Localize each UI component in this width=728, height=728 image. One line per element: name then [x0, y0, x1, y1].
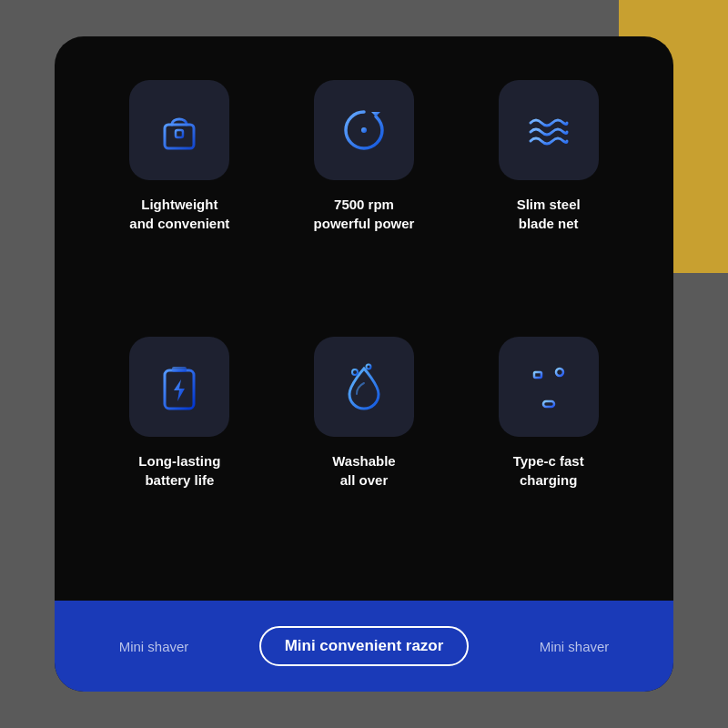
tab-bar: Mini shaver Mini convenient razor Mini s…	[55, 601, 673, 692]
svg-rect-1	[176, 130, 183, 137]
bag-icon	[152, 103, 207, 157]
product-card: Lightweight and convenient	[55, 36, 673, 692]
tab-mini-shaver-right[interactable]: Mini shaver	[540, 639, 610, 654]
feature-label-charging: Type-c fast charging	[513, 451, 584, 490]
water-icon	[337, 359, 391, 414]
feature-rpm: 7500 rpm powerful power	[283, 80, 446, 315]
icon-box-bag	[129, 80, 229, 180]
feature-lightweight: Lightweight and convenient	[98, 80, 261, 315]
rotate-icon	[337, 103, 391, 157]
svg-point-13	[556, 369, 563, 376]
svg-rect-12	[534, 372, 541, 378]
battery-icon	[152, 359, 207, 414]
feature-charging: Type-c fast charging	[467, 337, 630, 571]
feature-label-battery: Long-lasting battery life	[138, 451, 220, 490]
feature-washable: Washable all over	[283, 337, 446, 571]
feature-label-rpm: 7500 rpm powerful power	[314, 195, 415, 233]
svg-point-6	[352, 369, 358, 375]
feature-label-lightweight: Lightweight and convenient	[129, 195, 229, 233]
icon-box-wave	[499, 80, 599, 180]
features-grid: Lightweight and convenient	[55, 36, 673, 601]
icon-box-rotate	[314, 80, 414, 180]
icon-box-usb	[499, 337, 599, 437]
svg-point-3	[361, 127, 367, 133]
feature-battery: Long-lasting battery life	[98, 337, 261, 571]
feature-label-washable: Washable all over	[332, 451, 395, 490]
wave-icon	[521, 103, 576, 157]
svg-point-7	[366, 365, 370, 369]
tab-mini-convenient-razor[interactable]: Mini convenient razor	[259, 626, 470, 666]
outer-background: Lightweight and convenient	[0, 0, 728, 728]
feature-label-blade: Slim steel blade net	[517, 195, 581, 233]
icon-box-water	[314, 337, 414, 437]
usb-icon	[521, 359, 576, 414]
feature-blade: Slim steel blade net	[467, 80, 630, 315]
svg-rect-5	[172, 367, 187, 372]
icon-box-battery	[129, 337, 229, 437]
tab-mini-shaver-left[interactable]: Mini shaver	[119, 639, 189, 654]
